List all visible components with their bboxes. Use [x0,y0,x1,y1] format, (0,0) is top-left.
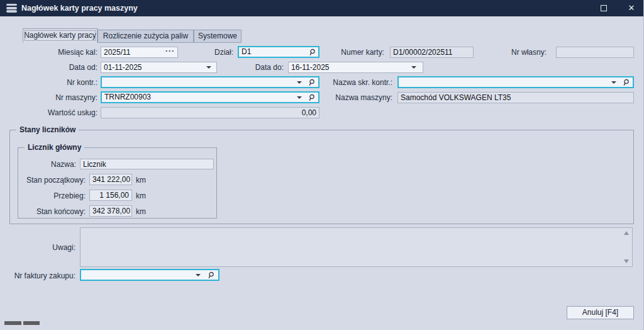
maximize-icon [601,5,607,11]
licznik-nazwa-field: Licznik [80,159,214,169]
search-icon[interactable] [308,48,316,56]
stan-koncowy-unit: km [136,206,155,217]
miesiac-kal-field[interactable]: 2025/11 ··· [101,47,178,58]
grip-bar [23,321,40,325]
chevron-down-icon[interactable] [206,66,211,69]
data-od-field[interactable]: 01-11-2025 [101,62,217,73]
miesiac-kal-value: 2025/11 [104,48,131,57]
stan-poczatkowy-label: Stan początkowy: [13,174,86,186]
window-title: Nagłówek karty pracy maszyny [21,0,138,16]
tab-label: Rozliczenie zużycia paliw [103,31,188,40]
stan-poczatkowy-field[interactable]: 341 222,00 [89,174,132,185]
chevron-down-icon[interactable] [411,66,416,69]
tab-rozliczenie-zuzycia-paliw[interactable]: Rozliczenie zużycia paliw [97,30,194,43]
data-od-label: Data od: [13,62,97,73]
scroll-up-icon[interactable] [624,231,629,235]
tab-naglowek-karty-pracy[interactable]: Nagłówek karty pracy [23,28,97,43]
licznik-nazwa-value: Licznik [83,160,106,169]
data-od-value: 01-11-2025 [104,63,142,72]
wartosc-uslug-field: 0,00 [101,107,319,118]
search-icon[interactable] [207,271,214,279]
stan-poczatkowy-value: 341 222,00 [92,175,130,184]
nr-wlasny-field[interactable] [556,47,634,58]
stan-koncowy-field[interactable]: 342 378,00 [89,205,132,217]
uwagi-textarea[interactable] [80,227,633,267]
data-do-label: Data do: [239,62,284,73]
chevron-down-icon[interactable] [297,81,302,84]
wartosc-uslug-label: Wartość usług: [13,107,97,118]
numer-karty-label: Numer karty: [327,47,384,58]
chevron-down-icon[interactable] [611,81,616,84]
maximize-button[interactable] [594,0,614,16]
chevron-down-icon[interactable] [297,96,302,99]
nr-faktury-zakupu-field[interactable] [80,269,219,281]
hamburger-icon [6,4,17,13]
przebieg-field[interactable]: 1 156,00 [89,190,132,201]
anuluj-button[interactable]: Anuluj [F4] [567,306,634,319]
wartosc-uslug-value: 0,00 [302,108,316,117]
tab-label: Nagłówek karty pracy [24,31,96,40]
przebieg-value: 1 156,00 [99,191,129,200]
miesiac-kal-label: Miesiąc kal: [13,47,97,58]
ellipsis-button[interactable]: ··· [165,47,175,57]
numer-karty-value: D1/00002/202511 [393,48,453,57]
stan-koncowy-value: 342 378,00 [92,207,130,215]
tab-systemowe[interactable]: Systemowe [194,30,242,43]
uwagi-label: Uwagi: [13,242,75,253]
nazwa-skr-kontr-field[interactable] [397,76,634,88]
stan-poczatkowy-unit: km [136,174,155,186]
dzial-label: Dział: [189,47,233,58]
nazwa-maszyny-field: Samochód VOLKSWAGEN LT35 [397,92,634,103]
titlebar: Nagłówek karty pracy maszyny ✕ [0,0,644,16]
stany-licznikow-title: Stany liczników [16,125,79,134]
search-icon[interactable] [622,79,630,86]
nr-kontr-label: Nr kontr.: [13,77,97,88]
nazwa-skr-kontr-label: Nazwa skr. kontr.: [321,77,392,88]
licznik-glowny-title: Licznik główny [25,143,84,152]
dzial-value: D1 [242,47,251,56]
przebieg-unit: km [136,190,155,202]
dzial-field[interactable]: D1 [238,46,319,58]
nr-faktury-zakupu-label: Nr faktury zakupu: [8,270,75,282]
nazwa-maszyny-value: Samochód VOLKSWAGEN LT35 [401,93,511,102]
chevron-down-icon[interactable] [196,274,201,276]
dialog-window: Nagłówek karty pracy maszyny ✕ Nagłówek … [0,0,644,330]
nazwa-maszyny-label: Nazwa maszyny: [321,92,392,103]
przebieg-label: Przebieg: [13,190,86,202]
data-do-value: 16-11-2025 [291,63,330,72]
search-icon[interactable] [308,79,315,86]
tab-label: Systemowe [198,31,237,40]
scroll-down-icon[interactable] [624,259,629,263]
licznik-nazwa-label: Nazwa: [13,159,76,170]
nr-kontr-field[interactable] [101,76,319,88]
grip-bar [4,321,21,325]
stan-koncowy-label: Stan końcowy: [13,206,86,217]
nr-wlasny-label: Nr własny: [497,47,547,58]
close-button[interactable]: ✕ [621,0,641,16]
numer-karty-field: D1/00002/202511 [390,47,474,58]
data-do-field[interactable]: 16-11-2025 [288,62,423,73]
nr-maszyny-field[interactable]: TRNRZ00903 [101,91,319,103]
search-icon[interactable] [308,94,315,101]
nr-maszyny-value: TRNRZ00903 [104,93,151,101]
nr-maszyny-label: Nr maszyny: [13,92,97,103]
